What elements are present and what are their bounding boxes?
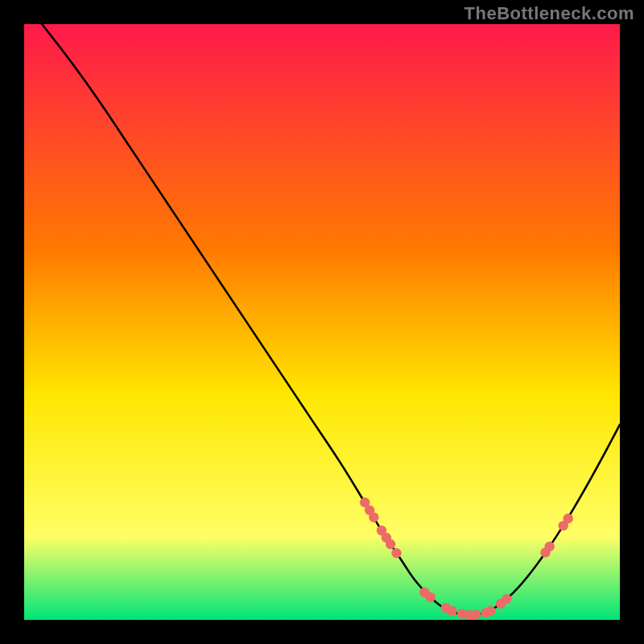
curve-marker bbox=[544, 542, 554, 551]
curve-marker bbox=[471, 609, 481, 619]
curve-marker bbox=[386, 539, 395, 549]
chart-background bbox=[24, 24, 620, 620]
curve-marker bbox=[391, 548, 401, 558]
curve-marker bbox=[425, 592, 435, 602]
watermark-label: TheBottleneck.com bbox=[464, 3, 634, 24]
curve-marker bbox=[485, 606, 495, 616]
curve-marker bbox=[563, 514, 572, 523]
bottleneck-curve-chart bbox=[24, 24, 620, 620]
curve-marker bbox=[447, 606, 456, 616]
chart-plot-area bbox=[24, 24, 620, 620]
curve-marker bbox=[369, 513, 378, 522]
curve-marker bbox=[502, 594, 511, 604]
